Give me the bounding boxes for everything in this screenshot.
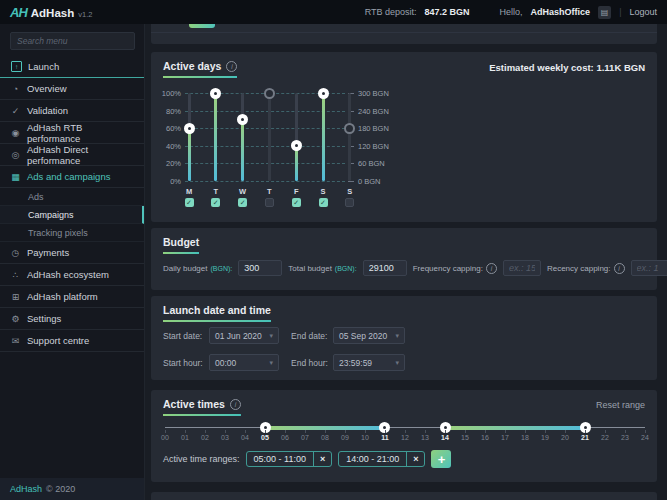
info-icon[interactable]: i xyxy=(614,263,625,274)
day-checkbox[interactable]: ✓ xyxy=(319,198,328,207)
chevron-down-icon: ▾ xyxy=(395,332,399,340)
total-budget-input[interactable] xyxy=(363,260,407,276)
day-slider-track[interactable] xyxy=(348,93,351,181)
active-times-card: Active times i Reset range 0001020304050… xyxy=(151,390,657,482)
sidebar-item-label: Settings xyxy=(27,313,61,324)
hour-tick xyxy=(345,430,346,433)
hour-label: 02 xyxy=(197,434,213,441)
search-input[interactable] xyxy=(10,32,135,50)
day-label: M xyxy=(179,187,199,196)
logout-button[interactable]: Logout xyxy=(629,7,657,17)
day-slider-handle[interactable] xyxy=(184,123,195,134)
day-label: T xyxy=(259,187,279,196)
rtb-deposit-value: 847.2 BGN xyxy=(425,7,470,17)
day-slider-handle[interactable] xyxy=(291,140,302,151)
sidebar-item-payments[interactable]: ◷Payments xyxy=(0,242,144,264)
sidebar-item-rtb-performance[interactable]: ◉AdHash RTB performance xyxy=(0,122,144,144)
hour-label: 07 xyxy=(297,434,313,441)
currency-suffix: (BGN): xyxy=(335,265,357,272)
remove-range-button[interactable]: × xyxy=(406,452,424,466)
end-date-select[interactable]: 05 Sep 2020▾ xyxy=(333,327,405,344)
recency-capping-label: Recency capping: i xyxy=(547,263,625,274)
day-checkbox[interactable]: ✓ xyxy=(185,198,194,207)
info-icon[interactable]: i xyxy=(230,399,241,410)
reset-range-button[interactable]: Reset range xyxy=(596,400,645,410)
remove-range-button[interactable]: × xyxy=(313,452,331,466)
day-slider-handle[interactable] xyxy=(344,123,355,134)
start-date-select[interactable]: 01 Jun 2020▾ xyxy=(209,327,279,344)
topbar-divider: | xyxy=(619,7,621,17)
day-slider-track[interactable] xyxy=(322,93,325,181)
active-times-title: Active times i xyxy=(163,398,241,416)
end-date-label: End date: xyxy=(291,331,327,341)
budget-title-text: Budget xyxy=(163,236,199,248)
day-slider-track[interactable] xyxy=(188,93,191,181)
footer-brand[interactable]: AdHash xyxy=(10,484,42,494)
sidebar-subitem-ads[interactable]: Ads xyxy=(0,188,144,206)
day-slider-track[interactable] xyxy=(214,93,217,181)
sidebar-item-support[interactable]: ✉Support centre xyxy=(0,330,144,352)
day-slider-handle[interactable] xyxy=(237,114,248,125)
sidebar-footer: AdHash © 2020 xyxy=(0,478,144,500)
hour-tick xyxy=(325,430,326,433)
hour-tick xyxy=(205,430,206,433)
frequency-capping-input[interactable] xyxy=(503,260,541,276)
active-days-title: Active days i xyxy=(163,60,237,78)
sidebar-item-label: Ads and campaigns xyxy=(27,171,110,182)
sidebar-item-validation[interactable]: ✓Validation xyxy=(0,100,144,122)
sidebar-subitem-campaigns[interactable]: Campaigns xyxy=(0,206,144,224)
cropped-teal-element xyxy=(189,24,215,28)
bgn-tick-label: 0 BGN xyxy=(358,177,381,186)
day-checkbox[interactable] xyxy=(345,198,354,207)
day-slider-track[interactable] xyxy=(295,93,298,181)
day-checkbox[interactable]: ✓ xyxy=(211,198,220,207)
day-slider-handle[interactable] xyxy=(264,88,275,99)
sidebar-item-direct-performance[interactable]: ◎AdHash Direct performance xyxy=(0,144,144,166)
hour-tick xyxy=(625,430,626,433)
sidebar-item-label: AdHash ecosystem xyxy=(27,269,109,280)
sidebar-item-ads-campaigns[interactable]: ▦Ads and campaigns xyxy=(0,166,144,188)
percent-tick-label: 0% xyxy=(151,177,181,186)
day-checkbox[interactable] xyxy=(265,198,274,207)
hour-label: 14 xyxy=(437,434,453,441)
info-icon[interactable]: i xyxy=(226,61,237,72)
start-hour-select[interactable]: 00:00▾ xyxy=(209,354,279,371)
day-checkbox[interactable]: ✓ xyxy=(292,198,301,207)
sidebar-item-label: AdHash Direct performance xyxy=(27,144,134,166)
hour-label: 10 xyxy=(357,434,373,441)
next-section-card-partial xyxy=(151,492,657,500)
sidebar-item-settings[interactable]: ⚙Settings xyxy=(0,308,144,330)
day-slider-handle[interactable] xyxy=(210,88,221,99)
day-slider-track[interactable] xyxy=(241,93,244,181)
percent-tick-label: 80% xyxy=(151,107,181,116)
info-icon[interactable]: i xyxy=(486,263,497,274)
day-label: S xyxy=(313,187,333,196)
hour-label: 24 xyxy=(637,434,653,441)
end-hour-select[interactable]: 23:59:59▾ xyxy=(333,354,405,371)
bgn-tick-label: 240 BGN xyxy=(358,107,389,116)
day-slider-track[interactable] xyxy=(268,93,271,181)
percent-tick-label: 60% xyxy=(151,124,181,133)
sidebar-item-platform[interactable]: ⊞AdHash platform xyxy=(0,286,144,308)
sidebar-item-launch[interactable]: ↑Launch xyxy=(0,56,144,78)
sidebar-item-label: AdHash RTB performance xyxy=(27,122,134,144)
adhash-logo[interactable]: AH AdHash v1.2 xyxy=(10,5,92,20)
recency-capping-input[interactable] xyxy=(631,260,667,276)
day-checkbox[interactable]: ✓ xyxy=(238,198,247,207)
active-days-title-text: Active days xyxy=(163,60,221,72)
add-range-button[interactable]: + xyxy=(431,450,451,468)
hour-label: 19 xyxy=(537,434,553,441)
sidebar-item-ecosystem[interactable]: ∴AdHash ecosystem xyxy=(0,264,144,286)
active-time-ranges-row: Active time ranges: 05:00 - 11:00×14:00 … xyxy=(163,450,451,468)
daily-budget-input[interactable] xyxy=(238,260,282,276)
hour-tick xyxy=(245,430,246,433)
hour-tick xyxy=(285,430,286,433)
day-slider-fill xyxy=(322,93,325,181)
hour-label: 20 xyxy=(557,434,573,441)
sidebar-item-label: AdHash platform xyxy=(27,291,98,302)
day-slider-handle[interactable] xyxy=(318,88,329,99)
sidebar-item-label: Validation xyxy=(27,105,68,116)
sidebar-item-overview[interactable]: ◔Overview xyxy=(0,78,144,100)
sidebar-subitem-tracking-pixels[interactable]: Tracking pixels xyxy=(0,224,144,242)
profile-icon[interactable]: ▤ xyxy=(598,6,611,19)
